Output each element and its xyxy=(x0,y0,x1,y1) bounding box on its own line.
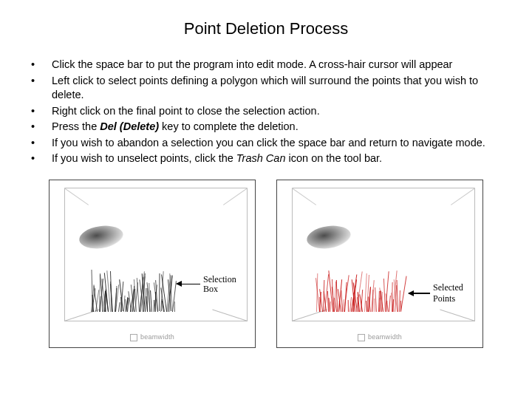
arrow-icon xyxy=(177,284,200,285)
axis-label: beamwidth xyxy=(277,333,482,341)
list-item: • Left click to select points defining a… xyxy=(30,74,502,103)
page-title: Point Deletion Process xyxy=(30,19,502,38)
instruction-text: Click the space bar to put the program i… xyxy=(52,58,502,72)
instruction-text: If you wish to abandon a selection you c… xyxy=(52,136,502,151)
figures-row: Selection Box beamwidth Selected Points … xyxy=(30,180,502,348)
list-item: • If you wish to abandon a selection you… xyxy=(30,136,502,151)
selected-points-cluster xyxy=(318,264,403,312)
instruction-text: Press the Del (Delete) key to complete t… xyxy=(52,120,502,134)
list-item: • Click the space bar to put the program… xyxy=(30,58,502,72)
list-item: • Press the Del (Delete) key to complete… xyxy=(30,120,502,134)
instruction-text: Left click to select points defining a p… xyxy=(52,74,502,103)
instruction-text: If you wish to unselect points, click th… xyxy=(52,151,502,166)
annotation-selected-points: Selected Points xyxy=(409,282,482,304)
key-name: Del (Delete) xyxy=(100,120,159,132)
annotation-selection: Selection Box xyxy=(177,275,236,293)
axis-label: beamwidth xyxy=(50,333,255,341)
bullet-icon: • xyxy=(30,58,52,72)
selection-box-cluster xyxy=(90,264,175,312)
list-item: • Right click on the final point to clos… xyxy=(30,104,502,119)
instruction-text: Right click on the final point to close … xyxy=(52,104,502,119)
figure-right: Selected Points beamwidth xyxy=(276,180,483,348)
figure-left: Selection Box beamwidth xyxy=(49,180,256,348)
instructions-list: • Click the space bar to put the program… xyxy=(30,58,502,166)
bullet-icon: • xyxy=(30,120,52,134)
arrow-icon xyxy=(409,293,430,294)
list-item: • If you wish to unselect points, click … xyxy=(30,151,502,166)
bullet-icon: • xyxy=(30,104,52,119)
bullet-icon: • xyxy=(30,151,52,166)
icon-name: Trash Can xyxy=(236,152,286,164)
bullet-icon: • xyxy=(30,74,52,89)
bullet-icon: • xyxy=(30,136,52,151)
